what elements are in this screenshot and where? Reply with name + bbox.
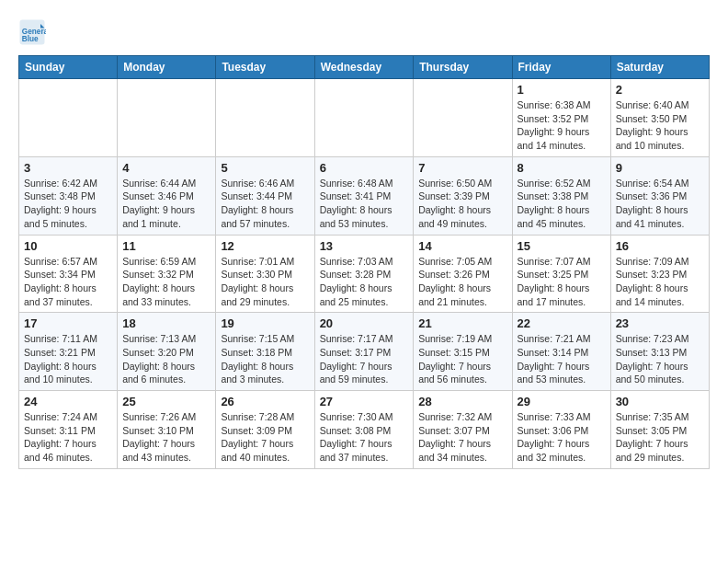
day-info: Sunrise: 6:38 AM Sunset: 3:52 PM Dayligh… <box>518 98 606 153</box>
day-number: 8 <box>518 161 606 175</box>
day-info: Sunrise: 7:21 AM Sunset: 3:14 PM Dayligh… <box>518 332 606 386</box>
calendar-cell: 11Sunrise: 6:59 AM Sunset: 3:32 PM Dayli… <box>118 235 216 313</box>
calendar-cell: 8Sunrise: 6:52 AM Sunset: 3:38 PM Daylig… <box>512 156 610 235</box>
calendar-cell <box>414 79 512 157</box>
day-info: Sunrise: 7:01 AM Sunset: 3:30 PM Dayligh… <box>221 255 309 309</box>
day-number: 23 <box>616 316 704 330</box>
calendar-week: 10Sunrise: 6:57 AM Sunset: 3:34 PM Dayli… <box>19 235 710 313</box>
day-number: 11 <box>122 239 210 253</box>
day-number: 30 <box>616 395 704 408</box>
calendar-cell: 6Sunrise: 6:48 AM Sunset: 3:41 PM Daylig… <box>314 156 414 235</box>
day-number: 9 <box>616 161 704 175</box>
calendar-cell: 3Sunrise: 6:42 AM Sunset: 3:48 PM Daylig… <box>19 156 118 235</box>
day-number: 2 <box>616 83 704 97</box>
day-info: Sunrise: 7:32 AM Sunset: 3:07 PM Dayligh… <box>418 410 506 465</box>
calendar-cell <box>19 79 118 157</box>
day-info: Sunrise: 7:19 AM Sunset: 3:15 PM Dayligh… <box>418 332 506 386</box>
day-number: 26 <box>221 395 309 408</box>
day-number: 13 <box>320 239 409 253</box>
day-number: 14 <box>418 239 506 253</box>
day-info: Sunrise: 7:23 AM Sunset: 3:13 PM Dayligh… <box>616 332 704 386</box>
svg-text:Blue: Blue <box>22 35 39 43</box>
calendar-cell: 14Sunrise: 7:05 AM Sunset: 3:26 PM Dayli… <box>414 235 512 313</box>
calendar-cell: 9Sunrise: 6:54 AM Sunset: 3:36 PM Daylig… <box>610 156 709 235</box>
calendar-cell: 4Sunrise: 6:44 AM Sunset: 3:46 PM Daylig… <box>118 156 216 235</box>
calendar-week: 1Sunrise: 6:38 AM Sunset: 3:52 PM Daylig… <box>19 79 710 157</box>
header-day: Monday <box>118 56 216 79</box>
calendar-cell <box>118 79 216 157</box>
calendar-week: 24Sunrise: 7:24 AM Sunset: 3:11 PM Dayli… <box>19 391 710 469</box>
calendar-cell: 29Sunrise: 7:33 AM Sunset: 3:06 PM Dayli… <box>512 391 610 469</box>
calendar-week: 17Sunrise: 7:11 AM Sunset: 3:21 PM Dayli… <box>19 313 710 391</box>
calendar-cell: 20Sunrise: 7:17 AM Sunset: 3:17 PM Dayli… <box>314 313 414 391</box>
day-info: Sunrise: 6:40 AM Sunset: 3:50 PM Dayligh… <box>616 98 704 153</box>
day-info: Sunrise: 7:13 AM Sunset: 3:20 PM Dayligh… <box>122 332 210 386</box>
header-day: Wednesday <box>314 56 414 79</box>
calendar-cell: 23Sunrise: 7:23 AM Sunset: 3:13 PM Dayli… <box>610 313 709 391</box>
day-info: Sunrise: 6:44 AM Sunset: 3:46 PM Dayligh… <box>122 177 210 231</box>
day-number: 22 <box>518 316 606 330</box>
day-number: 5 <box>221 161 309 175</box>
day-info: Sunrise: 6:54 AM Sunset: 3:36 PM Dayligh… <box>616 177 704 231</box>
day-number: 27 <box>320 395 409 408</box>
day-info: Sunrise: 7:03 AM Sunset: 3:28 PM Dayligh… <box>320 255 409 309</box>
day-info: Sunrise: 6:48 AM Sunset: 3:41 PM Dayligh… <box>320 177 409 231</box>
day-number: 12 <box>221 239 309 253</box>
day-number: 10 <box>24 239 112 253</box>
calendar-week: 3Sunrise: 6:42 AM Sunset: 3:48 PM Daylig… <box>19 156 710 235</box>
calendar-cell: 21Sunrise: 7:19 AM Sunset: 3:15 PM Dayli… <box>414 313 512 391</box>
day-number: 24 <box>24 395 112 408</box>
day-number: 29 <box>518 395 606 408</box>
day-number: 7 <box>418 161 506 175</box>
day-info: Sunrise: 6:52 AM Sunset: 3:38 PM Dayligh… <box>518 177 606 231</box>
page: General Blue SundayMondayTuesdayWednesda… <box>0 0 728 478</box>
calendar-cell <box>216 79 314 157</box>
header-day: Friday <box>512 56 610 79</box>
day-info: Sunrise: 7:09 AM Sunset: 3:23 PM Dayligh… <box>616 255 704 309</box>
day-info: Sunrise: 7:17 AM Sunset: 3:17 PM Dayligh… <box>320 332 409 386</box>
day-info: Sunrise: 6:57 AM Sunset: 3:34 PM Dayligh… <box>24 255 112 309</box>
calendar-cell <box>314 79 414 157</box>
logo: General Blue <box>18 18 50 46</box>
day-info: Sunrise: 7:11 AM Sunset: 3:21 PM Dayligh… <box>24 332 112 386</box>
header-day: Tuesday <box>216 56 314 79</box>
day-number: 15 <box>518 239 606 253</box>
calendar-cell: 18Sunrise: 7:13 AM Sunset: 3:20 PM Dayli… <box>118 313 216 391</box>
calendar-cell: 13Sunrise: 7:03 AM Sunset: 3:28 PM Dayli… <box>314 235 414 313</box>
day-info: Sunrise: 7:15 AM Sunset: 3:18 PM Dayligh… <box>221 332 309 386</box>
day-number: 18 <box>122 316 210 330</box>
day-info: Sunrise: 7:26 AM Sunset: 3:10 PM Dayligh… <box>122 410 210 465</box>
header-row: General Blue <box>18 18 710 46</box>
calendar-cell: 10Sunrise: 6:57 AM Sunset: 3:34 PM Dayli… <box>19 235 118 313</box>
day-number: 20 <box>320 316 409 330</box>
calendar-cell: 2Sunrise: 6:40 AM Sunset: 3:50 PM Daylig… <box>610 79 709 157</box>
day-info: Sunrise: 6:59 AM Sunset: 3:32 PM Dayligh… <box>122 255 210 309</box>
day-info: Sunrise: 6:46 AM Sunset: 3:44 PM Dayligh… <box>221 177 309 231</box>
day-info: Sunrise: 6:42 AM Sunset: 3:48 PM Dayligh… <box>24 177 112 231</box>
day-number: 1 <box>518 83 606 97</box>
calendar-cell: 24Sunrise: 7:24 AM Sunset: 3:11 PM Dayli… <box>19 391 118 469</box>
header-day: Thursday <box>414 56 512 79</box>
day-info: Sunrise: 7:33 AM Sunset: 3:06 PM Dayligh… <box>518 410 606 465</box>
calendar-cell: 5Sunrise: 6:46 AM Sunset: 3:44 PM Daylig… <box>216 156 314 235</box>
day-info: Sunrise: 6:50 AM Sunset: 3:39 PM Dayligh… <box>418 177 506 231</box>
day-info: Sunrise: 7:05 AM Sunset: 3:26 PM Dayligh… <box>418 255 506 309</box>
day-number: 25 <box>122 395 210 408</box>
calendar-cell: 15Sunrise: 7:07 AM Sunset: 3:25 PM Dayli… <box>512 235 610 313</box>
day-number: 16 <box>616 239 704 253</box>
calendar-cell: 16Sunrise: 7:09 AM Sunset: 3:23 PM Dayli… <box>610 235 709 313</box>
calendar-table: SundayMondayTuesdayWednesdayThursdayFrid… <box>18 55 710 469</box>
calendar-cell: 1Sunrise: 6:38 AM Sunset: 3:52 PM Daylig… <box>512 79 610 157</box>
calendar-cell: 19Sunrise: 7:15 AM Sunset: 3:18 PM Dayli… <box>216 313 314 391</box>
day-number: 3 <box>24 161 112 175</box>
calendar-cell: 17Sunrise: 7:11 AM Sunset: 3:21 PM Dayli… <box>19 313 118 391</box>
header-day: Saturday <box>610 56 709 79</box>
calendar-cell: 28Sunrise: 7:32 AM Sunset: 3:07 PM Dayli… <box>414 391 512 469</box>
day-number: 4 <box>122 161 210 175</box>
day-number: 28 <box>418 395 506 408</box>
calendar-cell: 22Sunrise: 7:21 AM Sunset: 3:14 PM Dayli… <box>512 313 610 391</box>
logo-icon: General Blue <box>18 18 46 46</box>
calendar-cell: 12Sunrise: 7:01 AM Sunset: 3:30 PM Dayli… <box>216 235 314 313</box>
day-info: Sunrise: 7:07 AM Sunset: 3:25 PM Dayligh… <box>518 255 606 309</box>
header-day: Sunday <box>19 56 118 79</box>
